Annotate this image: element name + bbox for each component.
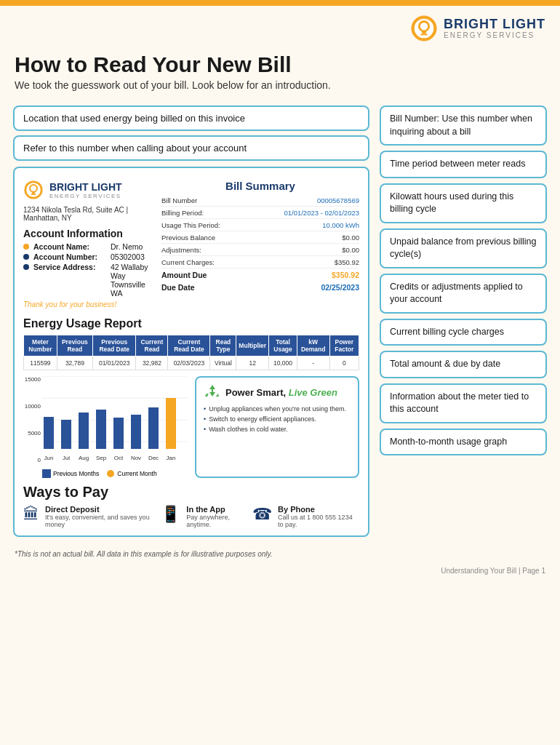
summary-usage: Usage This Period: 10,000 kWh	[161, 221, 359, 231]
dot-blue-1	[23, 254, 29, 260]
right-callout-unpaid: Unpaid balance from previous billing cyc…	[380, 228, 547, 268]
thank-you-text: Thank you for your business!	[23, 300, 154, 308]
page-subtitle: We took the guesswork out of your bill. …	[15, 79, 545, 91]
account-info: Account Information Account Name: Dr. Ne…	[23, 228, 154, 308]
logo-text-wrapper: BRIGHT LIGHT ENERGY SERVICES	[444, 17, 545, 40]
y-10000: 10000	[23, 403, 41, 410]
svg-point-32	[107, 470, 114, 477]
cell-total-usage: 10,000	[269, 356, 297, 370]
summary-adjustments-label: Adjustments:	[161, 246, 201, 254]
power-smart-text: Power Smart, Live Green	[225, 387, 337, 398]
pay-method-direct-text: Direct Deposit It's easy, convenient, an…	[45, 505, 153, 528]
pay-method-app-text: In the App Pay anywhere, anytime.	[186, 505, 245, 528]
chart-area: 15000 10000 5000 0	[23, 376, 188, 478]
service-address-field: Service Address: 42 Wallaby WayTownsvill…	[23, 263, 154, 298]
top-bar	[0, 0, 560, 6]
header: BRIGHT LIGHT ENERGY SERVICES	[0, 6, 560, 47]
bill-logo-sub: ENERGY SERVICES	[49, 193, 122, 199]
summary-billing-period: Billing Period: 01/01/2023 - 02/01/2023	[161, 209, 359, 219]
bullet-2: •	[204, 415, 206, 423]
svg-rect-16	[79, 413, 89, 449]
bullet-3: •	[204, 426, 206, 433]
energy-usage-section: Energy Usage Report Meter Number Previou…	[23, 317, 359, 478]
summary-prev-balance-value: $0.00	[342, 234, 359, 242]
bullet-1: •	[204, 405, 206, 413]
cell-multiplier: 12	[236, 356, 269, 370]
power-tip-1-text: Unplug appliances when you're not using …	[209, 405, 346, 413]
disclaimer: *This is not an actual bill. All data in…	[0, 544, 560, 564]
pay-method-direct: 🏛 Direct Deposit It's easy, convenient, …	[23, 505, 153, 528]
content-area: Location that used energy being billed o…	[0, 98, 560, 544]
right-callout-meter-info: Information about the meter tied to this…	[380, 383, 547, 423]
cell-prev-date: 01/01/2023	[92, 356, 136, 370]
svg-rect-8	[32, 192, 35, 194]
summary-current-charges-label: Current Charges:	[161, 258, 215, 266]
bill-address: 1234 Nikola Tesla Rd, Suite AC | Manhatt…	[23, 206, 154, 222]
svg-rect-14	[44, 417, 54, 449]
svg-rect-4	[420, 34, 428, 36]
legend-prev-label: Previous Months	[53, 470, 99, 477]
summary-prev-balance-label: Previous Balance	[161, 234, 215, 242]
svg-rect-17	[96, 410, 106, 449]
by-phone-desc: Call us at 1 800 555 1234 to pay.	[278, 514, 359, 528]
cell-curr-read: 32,982	[136, 356, 168, 370]
svg-rect-20	[148, 407, 159, 449]
svg-text:Dec: Dec	[148, 455, 159, 461]
cell-power-factor: 0	[329, 356, 359, 370]
left-panel: Location that used energy being billed o…	[13, 105, 369, 537]
legend-curr: Current Month	[106, 469, 156, 478]
bar-chart: Jun Jul Aug Sep Oct Nov Dec Jan kWh	[42, 376, 188, 463]
cell-curr-date: 02/03/2023	[168, 356, 210, 370]
summary-current-charges: Current Charges: $350.92	[161, 258, 359, 268]
col-multiplier: Multiplier	[236, 335, 269, 356]
in-app-title: In the App	[186, 505, 245, 514]
summary-bill-number-value: 00005678569	[317, 196, 359, 204]
chart-legend: Previous Months Current Month	[42, 469, 188, 478]
right-callout-kwh: Kilowatt hours used during this billing …	[380, 183, 547, 223]
summary-usage-label: Usage This Period:	[161, 221, 220, 229]
svg-rect-9	[31, 194, 36, 195]
logo-icon	[410, 15, 438, 42]
power-smart-title: Power Smart, Live Green	[204, 383, 351, 401]
summary-due-date-label: Due Date	[161, 283, 195, 292]
ways-to-pay-section: Ways to Pay 🏛 Direct Deposit It's easy, …	[23, 484, 359, 528]
svg-rect-21	[166, 398, 176, 449]
dot-blue-2	[23, 264, 29, 270]
power-tip-1: • Unplug appliances when you're not usin…	[204, 405, 351, 413]
bill-logo-icon	[23, 180, 44, 200]
svg-text:Aug: Aug	[79, 455, 89, 461]
y-15000: 15000	[23, 376, 41, 383]
pay-method-phone: ☎ By Phone Call us at 1 800 555 1234 to …	[252, 505, 359, 528]
pay-methods: 🏛 Direct Deposit It's easy, convenient, …	[23, 505, 359, 528]
recycle-icon	[204, 383, 221, 401]
col-power-factor: Power Factor	[329, 335, 359, 356]
bill-logo-title: BRIGHT LIGHT	[49, 181, 122, 193]
account-number-label: Account Number:	[33, 252, 106, 261]
power-smart-box: Power Smart, Live Green • Unplug applian…	[195, 376, 359, 478]
in-app-desc: Pay anywhere, anytime.	[186, 514, 245, 528]
chart-container: 15000 10000 5000 0	[23, 376, 188, 478]
svg-rect-15	[61, 420, 71, 449]
usage-table: Meter Number Previous Read Previous Read…	[23, 335, 359, 370]
account-name-label: Account Name:	[33, 242, 106, 251]
svg-text:Jan: Jan	[167, 455, 176, 461]
direct-deposit-desc: It's easy, convenient, and saves you mon…	[45, 514, 153, 528]
phone-icon: 📱	[161, 505, 180, 524]
summary-adjustments: Adjustments: $0.00	[161, 246, 359, 256]
summary-prev-balance: Previous Balance $0.00	[161, 234, 359, 244]
col-total-usage: Total Usage	[269, 335, 297, 356]
svg-text:Sep: Sep	[96, 455, 107, 461]
legend-prev: Previous Months	[42, 469, 99, 478]
summary-due-date: Due Date 02/25/2023	[161, 283, 359, 293]
col-prev-date: Previous Read Date	[92, 335, 136, 356]
col-curr-date: Current Read Date	[168, 335, 210, 356]
svg-text:Oct: Oct	[114, 455, 124, 461]
page-title: How to Read Your New Bill	[15, 52, 545, 76]
logo-sub: ENERGY SERVICES	[444, 31, 545, 39]
summary-amount-due: Amount Due $350.92	[161, 271, 359, 281]
account-number-callout: Refer to this number when calling about …	[13, 135, 369, 161]
svg-rect-3	[422, 31, 426, 34]
footer-text: Understanding Your Bill | Page 1	[0, 564, 560, 582]
cell-read-type: Virtual	[210, 356, 236, 370]
y-0: 0	[23, 457, 41, 463]
